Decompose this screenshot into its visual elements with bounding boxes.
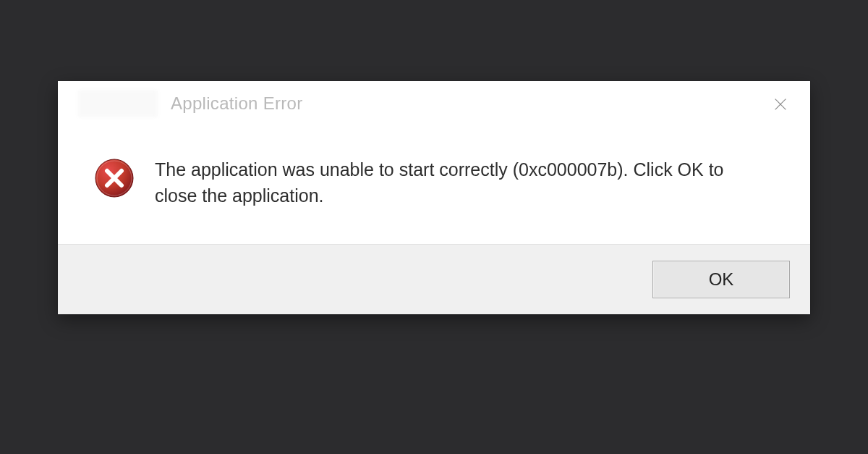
dialog-button-bar: OK bbox=[58, 244, 810, 314]
close-icon bbox=[773, 96, 788, 112]
dialog-content: The application was unable to start corr… bbox=[58, 126, 810, 244]
error-dialog: Application Error bbox=[58, 81, 810, 314]
dialog-titlebar: Application Error bbox=[58, 81, 810, 126]
close-button[interactable] bbox=[764, 91, 797, 117]
dialog-title: Application Error bbox=[171, 93, 303, 114]
error-message: The application was unable to start corr… bbox=[155, 155, 760, 209]
ok-button[interactable]: OK bbox=[652, 261, 790, 298]
error-cross-icon bbox=[94, 158, 135, 198]
app-icon-placeholder bbox=[78, 90, 158, 117]
